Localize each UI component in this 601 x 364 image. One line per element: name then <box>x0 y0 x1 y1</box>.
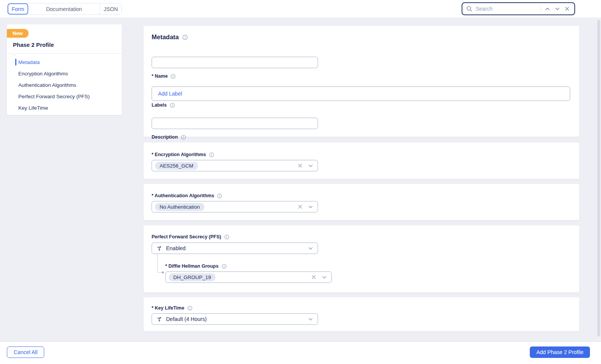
info-icon[interactable] <box>182 35 188 40</box>
info-icon[interactable] <box>171 74 176 79</box>
branch-icon <box>157 316 162 322</box>
clear-selection-icon[interactable] <box>312 275 316 279</box>
sidebar-item-metadata[interactable]: Metadata <box>7 56 122 68</box>
name-label: * Name <box>152 73 176 79</box>
add-phase2-profile-button[interactable]: Add Phase 2 Profile <box>530 346 590 358</box>
info-icon[interactable] <box>224 235 229 239</box>
field-label: * Authentication Algorithms <box>152 193 214 198</box>
branch-icon <box>157 246 162 251</box>
labels-field[interactable]: Add Label <box>152 86 570 101</box>
encryption-algorithms-section: * Encryption Algorithms AES256_GCM <box>144 142 579 179</box>
field-label: * Key LifeTime <box>152 305 184 311</box>
chevron-down-icon[interactable] <box>308 246 313 251</box>
sidebar-item-label: Encryption Algorithms <box>18 71 68 77</box>
nested-field-connector <box>157 254 162 273</box>
sidebar-item-label: Metadata <box>18 59 40 65</box>
info-icon[interactable] <box>209 152 214 157</box>
collapse-notch-icon <box>12 51 17 56</box>
authentication-algorithms-multiselect[interactable]: No Authentication <box>152 201 318 212</box>
selected-chip: AES256_GCM <box>155 162 198 170</box>
authentication-algorithms-label: * Authentication Algorithms <box>152 193 222 198</box>
field-label: Perfect Forward Secrecy (PFS) <box>152 234 221 239</box>
sidebar-item-label: Authentication Algorithms <box>18 82 76 88</box>
name-field[interactable] <box>152 57 318 68</box>
encryption-algorithms-label: * Encryption Algorithms <box>152 152 214 157</box>
chevron-down-icon[interactable] <box>308 163 313 168</box>
pfs-value: Enabled <box>166 245 185 251</box>
field-label: * Diffie Hellman Groups <box>165 263 219 269</box>
search-close-button[interactable] <box>562 4 572 14</box>
info-icon[interactable] <box>187 306 192 311</box>
connector-dot <box>162 271 164 273</box>
search-box <box>462 2 575 15</box>
scrollbar-thumb[interactable] <box>597 20 600 337</box>
clear-selection-icon[interactable] <box>298 163 302 168</box>
status-badge-new: New <box>7 29 29 38</box>
view-mode-tabs: Form Documentation JSON <box>7 3 122 15</box>
authentication-algorithms-section: * Authentication Algorithms No Authentic… <box>144 184 579 220</box>
info-icon[interactable] <box>170 103 175 108</box>
sidebar-item-pfs[interactable]: Perfect Forward Secrecy (PFS) <box>7 91 122 102</box>
encryption-algorithms-multiselect[interactable]: AES256_GCM <box>152 160 318 171</box>
close-icon <box>565 6 569 11</box>
selected-chip: No Authentication <box>155 203 205 211</box>
add-label-button[interactable]: Add Label <box>158 91 182 97</box>
key-lifetime-section: * Key LifeTime Default (4 Hours) <box>144 297 579 331</box>
footer-bar: Cancel All Add Phase 2 Profile <box>0 342 601 364</box>
pfs-label: Perfect Forward Secrecy (PFS) <box>152 234 229 239</box>
search-prev-button[interactable] <box>542 4 552 14</box>
sidebar-item-authentication-algorithms[interactable]: Authentication Algorithms <box>7 79 122 91</box>
key-lifetime-label: * Key LifeTime <box>152 305 192 311</box>
chevron-down-icon <box>555 6 560 11</box>
description-field[interactable] <box>152 118 318 129</box>
search-divider <box>540 6 541 12</box>
sidebar-item-key-lifetime[interactable]: Key LifeTime <box>7 102 122 113</box>
sidebar: New Phase 2 Profile Metadata Encryption … <box>7 24 122 115</box>
pfs-dropdown[interactable]: Enabled <box>152 243 318 254</box>
search-next-button[interactable] <box>552 4 562 14</box>
field-label: * Encryption Algorithms <box>152 152 206 157</box>
labels-label: Labels <box>152 102 175 108</box>
info-icon[interactable] <box>217 193 222 198</box>
sidebar-item-encryption-algorithms[interactable]: Encryption Algorithms <box>7 68 122 79</box>
chevron-down-icon[interactable] <box>322 275 327 280</box>
tab-json[interactable]: JSON <box>100 3 121 14</box>
field-label: * Name <box>152 73 168 79</box>
info-icon[interactable] <box>181 135 186 140</box>
active-indicator <box>15 59 16 65</box>
field-label: Labels <box>152 102 167 108</box>
chevron-down-icon[interactable] <box>308 317 313 322</box>
chevron-down-icon[interactable] <box>308 204 313 209</box>
key-lifetime-dropdown[interactable]: Default (4 Hours) <box>152 313 318 325</box>
sidebar-title: Phase 2 Profile <box>13 42 54 48</box>
dh-groups-multiselect[interactable]: DH_GROUP_19 <box>165 271 332 283</box>
search-input[interactable] <box>476 6 539 12</box>
description-label: Description <box>152 134 186 140</box>
cancel-all-button[interactable]: Cancel All <box>7 346 44 358</box>
tab-form[interactable]: Form <box>8 3 28 14</box>
pfs-section: Perfect Forward Secrecy (PFS) Enabled * … <box>144 225 579 292</box>
scrollbar-track[interactable] <box>596 18 601 342</box>
sidebar-item-label: Key LifeTime <box>18 105 48 111</box>
dh-groups-label: * Diffie Hellman Groups <box>165 263 227 269</box>
key-lifetime-value: Default (4 Hours) <box>166 316 207 322</box>
sidebar-divider <box>7 53 122 54</box>
search-icon <box>466 6 473 12</box>
metadata-heading: Metadata <box>152 34 188 41</box>
tab-documentation[interactable]: Documentation <box>28 3 100 14</box>
metadata-section: Metadata * Name Labels Add Label Descrip… <box>144 26 579 137</box>
info-icon[interactable] <box>222 264 227 269</box>
selected-chip: DH_GROUP_19 <box>169 273 216 281</box>
chevron-up-icon <box>545 6 550 11</box>
top-bar: Form Documentation JSON <box>0 0 601 18</box>
section-title: Metadata <box>152 34 179 41</box>
clear-selection-icon[interactable] <box>298 204 302 209</box>
field-label: Description <box>152 134 178 140</box>
section-nav: Metadata Encryption Algorithms Authentic… <box>7 56 122 113</box>
sidebar-item-label: Perfect Forward Secrecy (PFS) <box>18 94 90 99</box>
